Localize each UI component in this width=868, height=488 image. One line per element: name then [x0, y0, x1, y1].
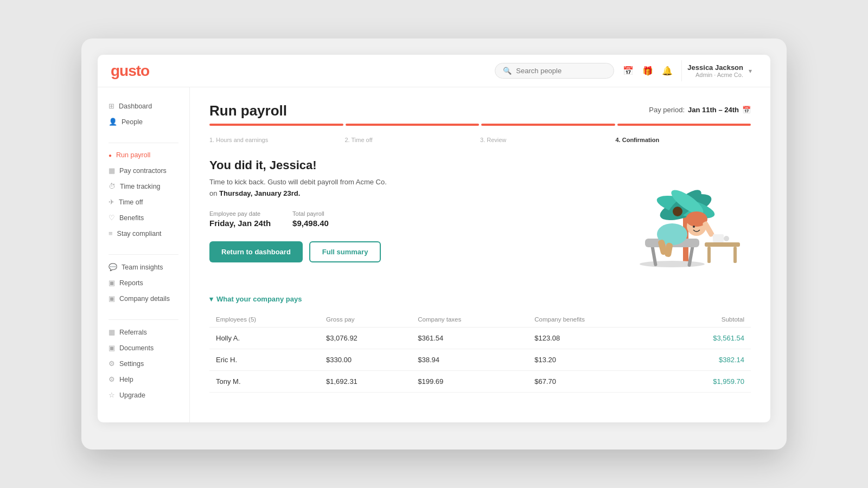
progress-bar	[209, 124, 751, 126]
page-header: Run payroll Pay period: Jan 11th – 24th …	[209, 102, 751, 119]
sidebar-item-referrals[interactable]: ▦ Referrals	[98, 324, 189, 340]
sidebar-item-label: Stay compliant	[117, 230, 162, 237]
col-company-benefits: Company benefits	[528, 312, 659, 328]
sidebar-item-documents[interactable]: ▣ Documents	[98, 340, 189, 356]
cell-gross: $3,076.92	[320, 328, 411, 349]
success-title: You did it, Jessica!	[209, 158, 621, 172]
cell-benefits: $13.20	[528, 349, 659, 371]
sidebar-item-pay-contractors[interactable]: ▦ Pay contractors	[98, 163, 189, 178]
section-toggle-company-pays[interactable]: ▾ What your company pays	[209, 295, 751, 303]
user-text: Jessica Jackson Admin · Acme Co.	[687, 63, 743, 78]
employee-pay-date-label: Employee pay date	[209, 210, 271, 217]
app-header: gusto 🔍 📅 🎁 🔔 Jessica Jackson Admin · Ac…	[98, 55, 770, 87]
employee-pay-date-value: Friday, Jan 24th	[209, 219, 271, 228]
col-subtotal: Subtotal	[659, 312, 751, 328]
cell-subtotal[interactable]: $382.14	[659, 349, 751, 371]
sidebar-item-stay-compliant[interactable]: ≡ Stay compliant	[98, 226, 189, 241]
table-row: Tony M. $1,692.31 $199.69 $67.70 $1,959.…	[209, 371, 751, 393]
cell-subtotal[interactable]: $1,959.70	[659, 371, 751, 393]
table-header-row: Employees (5) Gross pay Company taxes Co…	[209, 312, 751, 328]
total-payroll-value: $9,498.40	[292, 219, 329, 228]
gift-icon[interactable]: 🎁	[642, 66, 653, 76]
calendar-icon[interactable]: 📅	[623, 66, 634, 76]
col-employees: Employees (5)	[209, 312, 320, 328]
documents-icon: ▣	[108, 344, 115, 352]
search-input[interactable]	[516, 67, 606, 75]
laptop-frame: gusto 🔍 📅 🎁 🔔 Jessica Jackson Admin · Ac…	[81, 38, 787, 450]
sidebar-divider-3	[108, 319, 178, 320]
page-title: Run payroll	[209, 102, 287, 119]
svg-point-21	[693, 226, 695, 228]
return-to-dashboard-button[interactable]: Return to dashboard	[209, 241, 303, 262]
sidebar-item-run-payroll[interactable]: ● Run payroll	[98, 147, 189, 163]
sidebar-group-misc: ▦ Referrals ▣ Documents ⚙ Settings ⚙ Hel…	[98, 324, 189, 403]
svg-rect-19	[713, 234, 724, 242]
progress-step-3	[481, 124, 615, 126]
sidebar-item-label: Team insights	[122, 264, 163, 271]
cell-subtotal[interactable]: $3,561.54	[659, 328, 751, 349]
gusto-logo: gusto	[111, 62, 149, 80]
sidebar-item-upgrade[interactable]: ☆ Upgrade	[98, 387, 189, 403]
sidebar-item-benefits[interactable]: ♡ Benefits	[98, 210, 189, 226]
sidebar-item-label: Time tracking	[120, 183, 161, 190]
sidebar-item-label: Time off	[119, 198, 143, 206]
sidebar-item-label: Reports	[119, 279, 143, 287]
sidebar-item-dashboard[interactable]: ⊞ Dashboard	[98, 98, 189, 114]
sidebar-item-time-tracking[interactable]: ⏱ Time tracking	[98, 178, 189, 194]
sidebar-item-label: Company details	[119, 295, 170, 303]
sidebar-item-team-insights[interactable]: 💬 Team insights	[98, 259, 189, 275]
sidebar-divider-1	[108, 143, 178, 143]
table-header: Employees (5) Gross pay Company taxes Co…	[209, 312, 751, 328]
cell-gross: $330.00	[320, 349, 411, 371]
sidebar-item-reports[interactable]: ▣ Reports	[98, 275, 189, 291]
step-label-2: 2. Time off	[345, 137, 481, 143]
sidebar-item-settings[interactable]: ⚙ Settings	[98, 356, 189, 371]
header-icons: 📅 🎁 🔔	[623, 66, 673, 76]
sidebar-group-payroll: ● Run payroll ▦ Pay contractors ⏱ Time t…	[98, 147, 189, 241]
total-payroll-meta: Total payroll $9,498.40	[292, 210, 329, 228]
full-summary-button[interactable]: Full summary	[309, 241, 381, 262]
user-menu[interactable]: Jessica Jackson Admin · Acme Co. ▾	[681, 60, 757, 81]
sidebar-item-people[interactable]: 👤 People	[98, 114, 189, 130]
sidebar-item-time-off[interactable]: ✈ Time off	[98, 194, 189, 210]
svg-point-20	[724, 236, 729, 241]
action-buttons: Return to dashboard Full summary	[209, 241, 621, 262]
dashboard-icon: ⊞	[108, 102, 114, 110]
svg-point-5	[673, 207, 682, 216]
success-desc-line2: on	[209, 189, 219, 197]
bell-icon[interactable]: 🔔	[662, 66, 673, 76]
pay-period-label: Pay period:	[649, 106, 685, 114]
sidebar-item-label: Pay contractors	[119, 167, 167, 175]
sidebar-item-label: Dashboard	[119, 102, 152, 110]
section-title: What your company pays	[216, 295, 302, 303]
search-bar[interactable]: 🔍	[495, 63, 614, 79]
success-desc-line1: Time to kick back. Gusto will debit payr…	[209, 178, 387, 186]
pay-period-value: Jan 11th – 24th	[688, 106, 739, 114]
payroll-illustration	[621, 158, 751, 278]
app-window: gusto 🔍 📅 🎁 🔔 Jessica Jackson Admin · Ac…	[98, 55, 770, 422]
svg-point-6	[640, 261, 705, 267]
cell-name: Eric H.	[209, 349, 320, 371]
sidebar-item-label: Referrals	[119, 329, 147, 336]
progress-step-1	[209, 124, 343, 126]
total-payroll-label: Total payroll	[292, 210, 329, 217]
table-body: Holly A. $3,076.92 $361.54 $123.08 $3,56…	[209, 328, 751, 393]
table-row: Holly A. $3,076.92 $361.54 $123.08 $3,56…	[209, 328, 751, 349]
cell-taxes: $199.69	[411, 371, 528, 393]
sidebar-item-label: Documents	[119, 344, 154, 352]
sidebar-item-company-details[interactable]: ▣ Company details	[98, 291, 189, 306]
sidebar: ⊞ Dashboard 👤 People ● Run payroll	[98, 87, 190, 422]
svg-rect-17	[707, 247, 711, 263]
sidebar-item-label: Upgrade	[119, 391, 145, 399]
success-description: Time to kick back. Gusto will debit payr…	[209, 177, 621, 200]
sidebar-group-insights: 💬 Team insights ▣ Reports ▣ Company deta…	[98, 259, 189, 306]
sidebar-divider-2	[108, 254, 178, 255]
sidebar-item-help[interactable]: ⚙ Help	[98, 371, 189, 387]
steps-labels: 1. Hours and earnings 2. Time off 3. Rev…	[209, 137, 751, 143]
benefits-icon: ♡	[108, 214, 115, 222]
time-tracking-icon: ⏱	[108, 182, 116, 190]
cell-benefits: $123.08	[528, 328, 659, 349]
run-payroll-icon: ●	[108, 152, 112, 158]
svg-rect-18	[733, 247, 737, 263]
referrals-icon: ▦	[108, 328, 115, 336]
